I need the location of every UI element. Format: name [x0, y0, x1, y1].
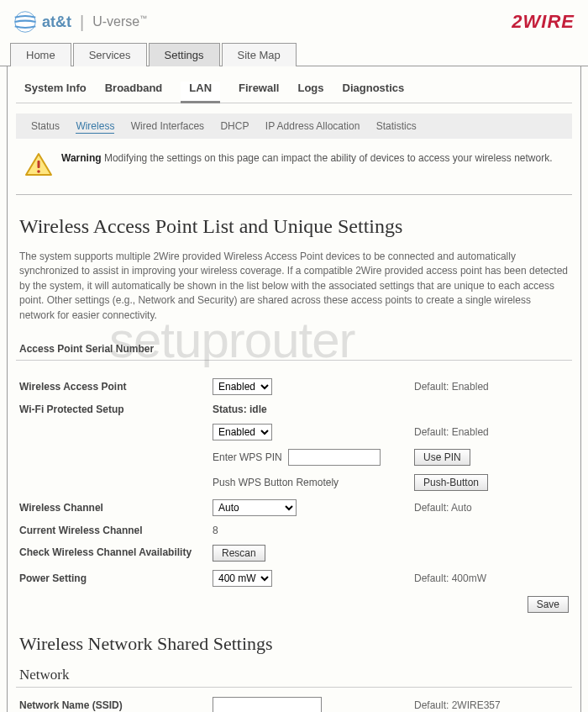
subtab-lan[interactable]: LAN — [181, 82, 220, 103]
tab-settings[interactable]: Settings — [149, 43, 220, 66]
main-tabs: Home Services Settings Site Map — [0, 42, 588, 66]
label-checkavail: Check Wireless Channel Availability — [19, 546, 213, 560]
nav-dhcp[interactable]: DHCP — [220, 120, 249, 132]
tab-services[interactable]: Services — [73, 43, 147, 66]
button-pushbutton[interactable]: Push-Button — [414, 474, 488, 491]
tab-sitemap[interactable]: Site Map — [222, 43, 297, 66]
label-wpspin: Enter WPS PIN — [213, 451, 282, 463]
label-ssid: Network Name (SSID) — [19, 699, 213, 711]
label-wpspush: Push WPS Button Remotely — [213, 477, 414, 488]
subtab-broadband[interactable]: Broadband — [105, 82, 163, 103]
subtab-firewall[interactable]: Firewall — [239, 82, 279, 103]
button-save[interactable]: Save — [528, 596, 569, 613]
label-wap: Wireless Access Point — [19, 381, 213, 393]
button-rescan[interactable]: Rescan — [213, 545, 265, 562]
logo-att-uverse: at&t | U-verse™ — [13, 10, 147, 34]
globe-icon — [13, 10, 37, 34]
select-channel[interactable]: Auto — [213, 499, 297, 516]
input-ssid[interactable] — [213, 697, 322, 712]
uverse-text: U-verse™ — [92, 14, 147, 29]
warning-text: Modifying the settings on this page can … — [104, 152, 553, 164]
att-text: at&t — [42, 13, 71, 31]
select-wap[interactable]: Enabled — [213, 378, 272, 395]
input-wpspin[interactable] — [288, 449, 381, 466]
label-power: Power Setting — [19, 572, 213, 584]
button-usepin[interactable]: Use PIN — [414, 449, 470, 466]
network-head: Network — [16, 667, 572, 688]
wps-status: Status: idle — [213, 403, 267, 415]
warning-label: Warning — [61, 152, 102, 164]
subtab-systeminfo[interactable]: System Info — [24, 82, 87, 103]
default-channel: Default: Auto — [414, 502, 472, 514]
twowire-logo: 2WIRE — [512, 11, 575, 33]
section-ap-serial: Access Point Serial Number — [16, 340, 572, 361]
warning-icon — [24, 152, 53, 177]
nav-wireless[interactable]: Wireless — [76, 120, 114, 134]
default-wps: Default: Enabled — [414, 426, 489, 438]
label-currentchannel: Current Wireless Channel — [19, 525, 213, 536]
default-ssid: Default: 2WIRE357 — [414, 699, 501, 711]
nav-ipalloc[interactable]: IP Address Allocation — [265, 120, 360, 132]
subtab-diagnostics[interactable]: Diagnostics — [343, 82, 405, 103]
svg-rect-1 — [38, 161, 40, 168]
nav-statistics[interactable]: Statistics — [376, 120, 417, 132]
select-wps[interactable]: Enabled — [213, 424, 272, 440]
page-description: The system supports multiple 2Wire provi… — [16, 250, 572, 323]
nav-wired[interactable]: Wired Interfaces — [131, 120, 204, 132]
sub-tabs: System Info Broadband LAN Firewall Logs … — [16, 75, 572, 103]
page-title: Wireless Access Point List and Unique Se… — [16, 215, 572, 238]
label-channel: Wireless Channel — [19, 502, 213, 514]
subtab-logs[interactable]: Logs — [297, 82, 323, 103]
warning-box: Warning Modifying the settings on this p… — [16, 149, 572, 195]
header: at&t | U-verse™ 2WIRE — [0, 0, 588, 42]
tab-home[interactable]: Home — [10, 43, 71, 66]
select-power[interactable]: 400 mW — [213, 570, 272, 587]
brand-divider: | — [80, 13, 84, 32]
content-box: System Info Broadband LAN Firewall Logs … — [7, 66, 581, 712]
shared-settings-title: Wireless Network Shared Settings — [16, 633, 572, 655]
nav-status[interactable]: Status — [31, 120, 60, 132]
label-wps: Wi-Fi Protected Setup — [19, 403, 213, 415]
default-wap: Default: Enabled — [414, 381, 489, 393]
tertiary-nav: Status Wireless Wired Interfaces DHCP IP… — [16, 113, 572, 139]
default-power: Default: 400mW — [414, 572, 486, 584]
value-currentchannel: 8 — [213, 525, 414, 536]
svg-point-2 — [37, 170, 40, 173]
